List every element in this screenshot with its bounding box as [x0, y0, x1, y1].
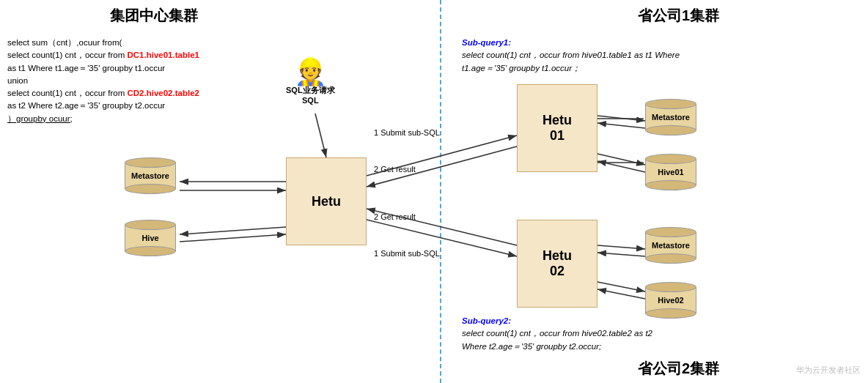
hive-right1-top — [645, 154, 696, 164]
arrow-label-4: 1 Submit sub-SQL — [374, 249, 440, 258]
svg-line-2 — [315, 114, 326, 157]
metastore-right2-cylinder: Metastore — [645, 227, 696, 264]
svg-line-15 — [597, 245, 645, 249]
watermark: 华为云开发者社区 — [796, 365, 861, 376]
metastore-left-top — [125, 157, 176, 168]
svg-line-18 — [597, 289, 645, 299]
metastore-right2-top — [645, 227, 696, 237]
svg-line-11 — [597, 116, 645, 121]
metastore-right1-top — [645, 99, 696, 109]
subquery1-title: Sub-query1: — [462, 37, 680, 49]
hetu01-box: Hetu 01 — [517, 84, 597, 172]
arrow-label-2: 2 Get result — [374, 165, 416, 174]
hetu02-box: Hetu 02 — [517, 220, 597, 308]
svg-line-14 — [597, 161, 645, 172]
hive-right2-bottom — [645, 308, 696, 319]
arrow-label-3: 2 Get result — [374, 212, 416, 221]
metastore-left-bottom — [125, 184, 176, 194]
svg-line-12 — [597, 123, 645, 128]
hive-right1-cylinder: Hive01 — [645, 154, 696, 190]
sql-line4: union — [7, 75, 199, 87]
right-bottom-section-title: 省公司2集群 — [638, 359, 719, 379]
divider-line — [440, 0, 441, 383]
sql-person: 👷 SQL业务请求 SQL — [286, 59, 335, 105]
svg-line-13 — [597, 154, 645, 165]
sql-line6: as t2 Where t2.age＝'35' groupby t2.occur — [7, 100, 199, 112]
right-top-section-title: 省公司1集群 — [638, 6, 719, 26]
metastore-left-cylinder: Metastore — [125, 157, 176, 194]
hive-right2-top — [645, 282, 696, 292]
metastore-right1-cylinder: Metastore — [645, 99, 696, 135]
hive-right1-bottom — [645, 180, 696, 190]
hive-right2-cylinder: Hive02 — [645, 282, 696, 319]
subquery2-title: Sub-query2: — [462, 315, 652, 327]
sql-line2: select count(1) cnt，occur from DC1.hive0… — [7, 49, 199, 62]
metastore-right1-bottom — [645, 125, 696, 135]
subquery2: Sub-query2: select count(1) cnt，occur fr… — [462, 315, 652, 353]
svg-line-17 — [597, 282, 645, 291]
sql-line5: select count(1) cnt，occur from CD2.hive0… — [7, 87, 199, 100]
sql-line7: ）groupby ocuur; — [7, 113, 199, 125]
person-icon: 👷 — [286, 59, 335, 85]
hive-left-top — [125, 220, 176, 230]
svg-line-5 — [180, 227, 286, 234]
hive-left-bottom — [125, 246, 176, 256]
subquery1-body: select count(1) cnt，occur from hive01.ta… — [462, 49, 680, 75]
svg-line-16 — [597, 253, 645, 256]
subquery2-body: select count(1) cnt，occur from hive02.ta… — [462, 327, 652, 353]
sql-label2: SQL — [286, 96, 335, 105]
diagram-container: 集团中心集群 省公司1集群 省公司2集群 select sum（cnt）,ocu… — [0, 0, 868, 383]
hive-left-cylinder: Hive — [125, 220, 176, 256]
sql-label1: SQL业务请求 — [286, 85, 335, 96]
hetu-center-box: Hetu — [286, 157, 367, 245]
sql-line3: as t1 Where t1.age＝'35' groupby t1.occur — [7, 62, 199, 75]
left-section-title: 集团中心集群 — [110, 6, 198, 26]
sql-line1: select sum（cnt）,ocuur from( — [7, 37, 199, 49]
subquery1: Sub-query1: select count(1) cnt，occur fr… — [462, 37, 680, 75]
svg-line-6 — [180, 234, 286, 242]
sql-block: select sum（cnt）,ocuur from( select count… — [7, 37, 199, 125]
arrow-label-1: 1 Submit sub-SQL — [374, 128, 440, 137]
metastore-right2-bottom — [645, 253, 696, 264]
